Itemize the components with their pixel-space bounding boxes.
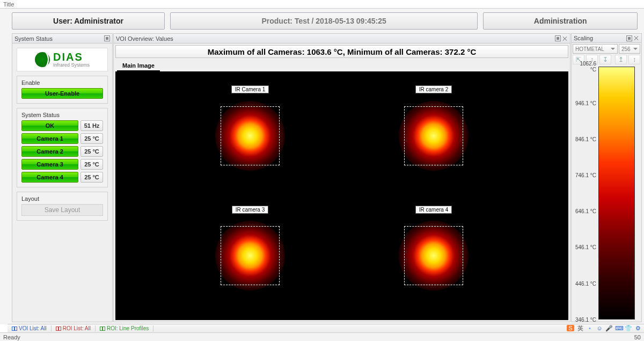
- status-ok-button[interactable]: OK: [21, 120, 78, 131]
- scaling-title: Scaling: [574, 35, 593, 41]
- status-camera2-temp: 25 °C: [80, 146, 103, 157]
- status-camera3-button[interactable]: Camera 3: [21, 159, 78, 170]
- layout-group: Layout Save Layout: [17, 192, 108, 221]
- close-icon[interactable]: [562, 36, 568, 41]
- tab-main-image[interactable]: Main Image: [117, 61, 160, 71]
- brand-logo: DIAS Infrared Systems: [17, 48, 108, 71]
- tray-face-icon[interactable]: ☺: [596, 325, 603, 331]
- system-status-panel: System Status DIAS Infrared Systems Enab…: [12, 33, 113, 322]
- status-camera2-button[interactable]: Camera 2: [21, 146, 78, 157]
- voi-overview-panel: VOI Overview: Values Maximum of all Came…: [113, 33, 570, 322]
- ime-indicator-icon[interactable]: S: [567, 325, 574, 331]
- scale-tool-4[interactable]: ↥: [615, 55, 627, 64]
- status-camera4-temp: 25 °C: [80, 172, 103, 183]
- top-toolbar: User: Administrator Product: Test / 2018…: [0, 9, 644, 33]
- tray-icon[interactable]: •: [586, 325, 594, 331]
- window-title-bar: Title: [0, 0, 644, 9]
- colorbar-tick: 546.1 °C: [573, 244, 596, 250]
- tray-settings-icon[interactable]: ⚙: [634, 325, 642, 332]
- camera-view-4[interactable]: IR camera 4: [342, 196, 525, 316]
- grid-icon: [100, 327, 105, 331]
- system-status-title: System Status: [14, 35, 53, 42]
- save-layout-button[interactable]: Save Layout: [21, 204, 103, 216]
- levels-select[interactable]: 256: [619, 44, 640, 54]
- tray-keyboard-icon[interactable]: ⌨: [615, 325, 623, 332]
- tab-roi-list[interactable]: ROI List: All: [52, 325, 96, 331]
- tab-roi-line-profiles[interactable]: ROI: Line Profiles: [96, 325, 153, 331]
- camera-view-1[interactable]: IR Camera 1: [158, 76, 342, 196]
- camera-4-label: IR camera 4: [415, 206, 452, 214]
- product-button[interactable]: Product: Test / 2018-05-13 09:45:25: [170, 12, 478, 30]
- status-bar: Ready 50: [0, 332, 644, 341]
- layout-title: Layout: [21, 195, 103, 202]
- system-status-group: System Status OK 51 Hz Camera 1 25 °C Ca…: [17, 108, 108, 187]
- scaling-header[interactable]: Scaling: [572, 34, 641, 43]
- user-enable-button[interactable]: User-Enable: [21, 88, 103, 99]
- user-button[interactable]: User: Administrator: [12, 12, 165, 30]
- system-status-group-title: System Status: [21, 112, 103, 118]
- tray-mic-icon[interactable]: 🎤: [605, 325, 613, 332]
- colorbar[interactable]: [598, 67, 635, 320]
- administration-button[interactable]: Administration: [483, 12, 638, 30]
- tab-voi-list[interactable]: VOI List: All: [8, 325, 52, 331]
- system-status-header[interactable]: System Status: [12, 34, 112, 43]
- camera-4-roi[interactable]: [404, 226, 463, 285]
- camera-summary-bar: Maximum of all Cameras: 1063.6 °C, Minim…: [115, 45, 568, 58]
- colorbar-tick: 346.1 °C: [573, 317, 596, 323]
- pin-icon[interactable]: [626, 35, 632, 41]
- ir-stage[interactable]: IR Camera 1 IR camera 2 IR camera 3: [115, 71, 568, 320]
- camera-2-roi[interactable]: [404, 106, 463, 165]
- system-tray: S 英 • ☺ 🎤 ⌨ 👕 ⚙: [567, 324, 642, 332]
- status-camera4-button[interactable]: Camera 4: [21, 172, 78, 183]
- main-area: System Status DIAS Infrared Systems Enab…: [0, 33, 644, 324]
- voi-overview-title: VOI Overview: Values: [116, 35, 173, 42]
- camera-2-label: IR camera 2: [415, 85, 452, 93]
- logo-mark-icon: [35, 52, 50, 67]
- colorbar-tick: 746.1 °C: [573, 172, 596, 178]
- close-icon[interactable]: [634, 35, 639, 41]
- colorbar-area: 1062.6 °C 946.1 °C 846.1 °C 746.1 °C 646…: [573, 67, 640, 320]
- pin-icon[interactable]: [104, 35, 110, 41]
- camera-3-roi[interactable]: [221, 226, 280, 285]
- ime-lang-icon[interactable]: 英: [576, 324, 584, 332]
- scaling-panel: Scaling HOTMETAL 256 ⇱ ↕ ↧ ↥ ↕: [571, 33, 642, 322]
- colorbar-tick: 846.1 °C: [573, 136, 596, 142]
- app-frame: User: Administrator Product: Test / 2018…: [0, 9, 644, 324]
- window-title: Title: [3, 1, 14, 8]
- image-tab-strip: Main Image: [114, 58, 570, 71]
- enable-group: Enable User-Enable: [17, 76, 108, 104]
- bottom-tab-strip: VOI List: All ROI List: All ROI: Line Pr…: [8, 324, 644, 332]
- camera-1-label: IR Camera 1: [231, 85, 269, 93]
- grid-icon: [12, 327, 17, 331]
- colorbar-tick: 946.1 °C: [573, 100, 596, 106]
- voi-overview-header[interactable]: VOI Overview: Values: [114, 34, 570, 43]
- status-camera1-temp: 25 °C: [80, 133, 103, 144]
- colorbar-tick: 1062.6 °C: [573, 61, 596, 72]
- scale-tool-5[interactable]: ↕: [628, 55, 640, 64]
- status-camera1-button[interactable]: Camera 1: [21, 133, 78, 144]
- camera-view-3[interactable]: IR camera 3: [158, 196, 342, 316]
- status-left: Ready: [3, 334, 20, 340]
- enable-title: Enable: [21, 79, 103, 86]
- camera-3-label: IR camera 3: [232, 206, 268, 214]
- camera-1-roi[interactable]: [221, 106, 280, 165]
- colorbar-tick: 646.1 °C: [573, 208, 596, 214]
- logo-brand: DIAS: [53, 51, 83, 63]
- status-camera3-temp: 25 °C: [80, 159, 103, 170]
- grid-icon: [56, 327, 61, 331]
- status-right: 50: [634, 334, 641, 340]
- pin-icon[interactable]: [555, 35, 561, 41]
- colorbar-tick: 446.1 °C: [573, 280, 596, 286]
- palette-select[interactable]: HOTMETAL: [573, 44, 618, 54]
- camera-view-2[interactable]: IR camera 2: [342, 76, 525, 196]
- status-hz-value: 51 Hz: [80, 120, 103, 131]
- logo-tagline: Infrared Systems: [53, 62, 90, 68]
- scale-tool-3[interactable]: ↧: [599, 55, 611, 64]
- tray-shirt-icon[interactable]: 👕: [625, 325, 632, 332]
